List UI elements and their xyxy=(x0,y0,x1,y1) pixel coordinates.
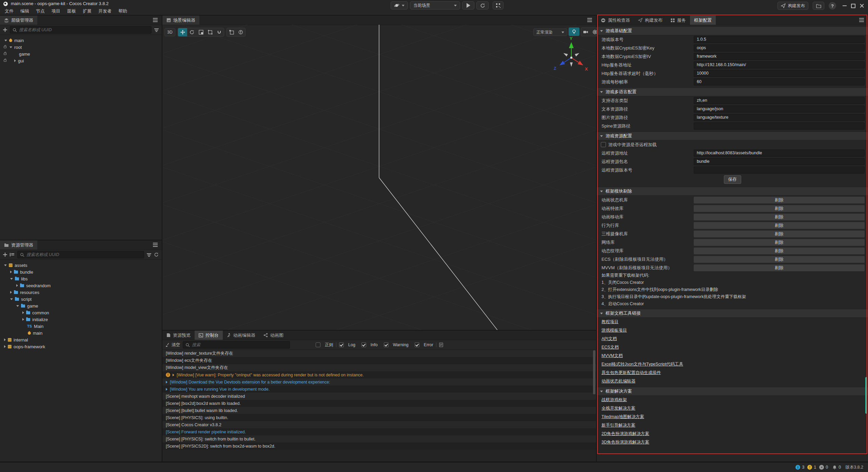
remote-url-input[interactable]: http://localhost:8083/assets/bundle xyxy=(694,150,865,157)
menu-file[interactable]: 文件 xyxy=(1,7,17,15)
spine-path-input[interactable] xyxy=(694,122,865,130)
link-tutorial-project[interactable]: 教程项目 xyxy=(601,319,618,325)
remote-load-checkbox[interactable] xyxy=(601,142,606,147)
coordinate-tool-button[interactable] xyxy=(236,28,245,36)
link-ecs-docs[interactable]: ECS文档 xyxy=(601,345,619,350)
tree-node-oops-framework[interactable]: oops-framework xyxy=(0,343,162,350)
remove-button[interactable]: 剔除 xyxy=(694,248,865,254)
render-mode-select[interactable]: 正常渲染 xyxy=(533,28,567,36)
section-language-config[interactable]: 游戏多语言配置 xyxy=(597,87,868,96)
scene-select[interactable]: 当前场景 xyxy=(410,1,460,9)
help-button[interactable]: ? xyxy=(829,2,836,9)
filter-error-checkbox[interactable] xyxy=(415,342,419,347)
lock-icon[interactable] xyxy=(4,53,6,55)
link-tiledmap[interactable]: Tiledmap地图解决方案 xyxy=(601,414,644,420)
tab-framework-config[interactable]: 框架配置 xyxy=(690,16,716,25)
clear-console-button[interactable]: 清空 xyxy=(165,342,180,348)
filter-log-checkbox[interactable] xyxy=(339,342,344,347)
tree-node-root[interactable]: root xyxy=(0,44,162,51)
remove-button[interactable]: 剔除 xyxy=(694,197,865,203)
crypto-iv-input[interactable]: framework xyxy=(694,53,865,60)
tab-inspector[interactable]: 属性检查器 xyxy=(597,16,634,25)
reload-button[interactable] xyxy=(476,1,489,9)
save-button[interactable]: 保存 xyxy=(724,175,741,184)
http-timeout-input[interactable]: 10000 xyxy=(694,70,865,77)
info-status-icon[interactable]: i xyxy=(795,465,800,470)
tab-asset-preview[interactable]: 资源预览 xyxy=(162,331,195,340)
lock-icon[interactable] xyxy=(4,60,6,62)
tree-node-initialize[interactable]: initialize xyxy=(0,316,162,323)
menu-edit[interactable]: 编辑 xyxy=(17,7,33,15)
warning-status-icon[interactable]: ! xyxy=(807,465,812,470)
log-row[interactable]: [Scene] [PHYSICS]: switch from builtin t… xyxy=(162,435,596,442)
create-asset-button[interactable] xyxy=(3,253,7,257)
chevron-down-icon[interactable] xyxy=(10,278,13,280)
tree-node-assets[interactable]: assets xyxy=(0,262,162,269)
crypto-key-input[interactable]: oops xyxy=(694,44,865,52)
assets-search-input[interactable]: 搜索名称或 UUID xyxy=(17,251,144,258)
log-row[interactable]: [Scene] [box2d]:box2d wasm lib loaded. xyxy=(162,400,596,407)
tab-services[interactable]: 服务 xyxy=(667,16,690,25)
lighting-toggle-button[interactable] xyxy=(569,27,579,36)
remote-version-input[interactable] xyxy=(694,166,865,174)
remove-button[interactable]: 剔除 xyxy=(694,205,865,212)
log-row[interactable]: [Scene] [PHYSICS2D]: switch from box2d-w… xyxy=(162,442,596,450)
tree-node-main-scene[interactable]: main xyxy=(0,330,162,336)
fps-input[interactable]: 60 xyxy=(694,78,865,85)
remove-button[interactable]: 剔除 xyxy=(694,239,865,246)
link-beginner-guide[interactable]: 新手引导解决方案 xyxy=(601,422,635,428)
log-row[interactable]: [Scene] Cocos Creator v3.8.2 xyxy=(162,421,596,428)
collapse-icon[interactable] xyxy=(600,135,603,137)
link-war-chess[interactable]: 战棋游戏框架 xyxy=(601,397,627,403)
filter-warning-checkbox[interactable] xyxy=(384,342,389,347)
scale-tool-button[interactable] xyxy=(196,28,205,36)
error-status-icon[interactable]: ✕ xyxy=(819,465,824,470)
create-node-button[interactable] xyxy=(3,28,7,32)
menu-project[interactable]: 项目 xyxy=(48,7,64,15)
link-3d-rpg[interactable]: 3D角色扮演游戏解决方案 xyxy=(601,439,649,445)
panel-menu-icon[interactable] xyxy=(859,20,864,20)
expand-icon[interactable] xyxy=(173,374,174,376)
menu-node[interactable]: 节点 xyxy=(33,7,48,15)
link-game-template[interactable]: 游戏模板项目 xyxy=(601,328,627,333)
maximize-button[interactable] xyxy=(851,4,855,8)
http-server-input[interactable]: http://192.168.0.150/main/ xyxy=(694,61,865,68)
tree-node-game-folder[interactable]: game xyxy=(0,302,162,309)
chevron-right-icon[interactable] xyxy=(16,284,18,287)
move-tool-button[interactable] xyxy=(178,28,187,36)
chevron-right-icon[interactable] xyxy=(22,318,24,321)
menu-extension[interactable]: 扩展 xyxy=(79,7,95,15)
collapse-icon[interactable] xyxy=(600,30,603,32)
log-row[interactable]: [Window] render_texture文件夹存在 xyxy=(162,350,596,357)
scene-viewport[interactable] xyxy=(162,25,596,330)
section-doc-links[interactable]: 框架文档工具链接 xyxy=(597,309,868,318)
regex-checkbox[interactable] xyxy=(316,342,320,347)
log-row-warning[interactable]: ![Window] [Vue warn]: Property "onInput"… xyxy=(162,371,596,378)
remove-button[interactable]: 剔除 xyxy=(694,222,865,229)
play-button[interactable] xyxy=(462,1,474,9)
camera-icon-button[interactable] xyxy=(581,28,590,36)
tab-animation-editor[interactable]: 动画编辑器 xyxy=(223,331,259,340)
link-2d-rpg[interactable]: 2D角色扮演游戏解决方案 xyxy=(601,431,649,437)
tree-node-seedrandom[interactable]: seedrandom xyxy=(0,282,162,289)
chevron-down-icon[interactable] xyxy=(4,40,7,41)
chevron-down-icon[interactable] xyxy=(9,46,12,48)
chevron-down-icon[interactable] xyxy=(10,298,13,300)
link-excel-tool[interactable]: Excel格式转Json文件与TypeScript代码工具 xyxy=(601,361,683,367)
console-search-input[interactable]: 搜索 xyxy=(183,341,290,349)
rotate-tool-button[interactable] xyxy=(187,28,196,36)
filter-icon[interactable] xyxy=(154,28,159,29)
filter-info-checkbox[interactable] xyxy=(361,342,366,347)
remote-bundle-input[interactable]: bundle xyxy=(694,158,865,165)
log-row-info[interactable]: [Window] Download the Vue Devtools exten… xyxy=(162,378,596,386)
text-path-input[interactable]: language/json xyxy=(694,105,865,113)
collapse-icon[interactable] xyxy=(600,191,603,192)
tab-animation-graph[interactable]: 动画图 xyxy=(259,331,288,340)
section-resource-config[interactable]: 游戏资源配置 xyxy=(597,132,868,140)
rect-tool-button[interactable] xyxy=(205,28,215,36)
close-button[interactable] xyxy=(860,4,864,8)
log-row[interactable]: [Scene] [PHYSICS]: using builtin. xyxy=(162,414,596,421)
tree-node-bundle[interactable]: bundle xyxy=(0,269,162,275)
section-basic-config[interactable]: 游戏基础配置 xyxy=(597,26,868,35)
bell-icon[interactable] xyxy=(832,465,837,470)
